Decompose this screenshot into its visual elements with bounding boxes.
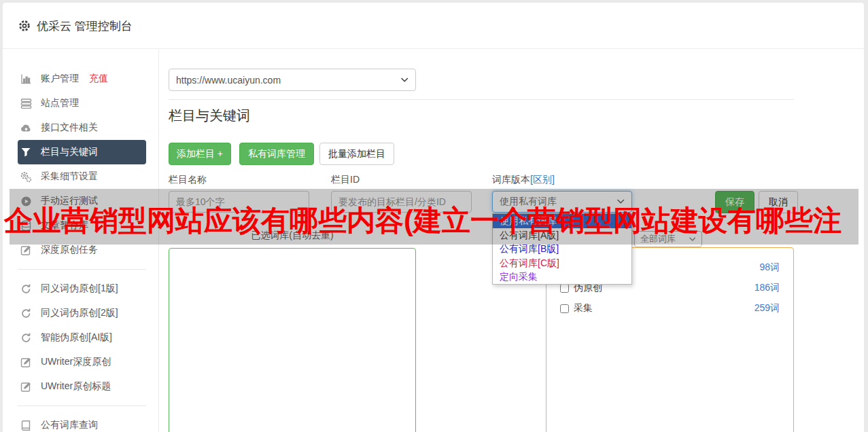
sidebar-item-sites[interactable]: 站点管理 [18,91,146,115]
thesaurus-version-label: 词库版本[区别] [492,174,555,186]
sidebar-item-label: 接口文件相关 [41,122,98,134]
sidebar-item-article-store[interactable]: 文章暂存库 [18,213,146,238]
sidebar-item-manual-test[interactable]: 手动运行测试 [18,189,146,213]
dropdown-option-public-c[interactable]: 公有词库[C版] [493,256,631,270]
thesaurus-checkbox[interactable] [560,284,569,293]
book-icon [20,420,32,431]
dropdown-option-private[interactable]: 使用私有词库 [493,214,631,228]
selected-thesaurus-panel [169,248,416,432]
sidebar-divider [18,406,146,406]
thesaurus-version-dropdown: 使用私有词库 公有词库[A版] 公有词库[B版] 公有词库[C版] 定向采集 [492,213,632,285]
server-icon [20,98,32,109]
column-name-input[interactable] [169,191,309,213]
site-select[interactable]: https://www.ucaiyun.com [169,69,416,91]
chevron-down-icon [617,199,625,204]
sidebar-item-label: 同义词伪原创[1版] [41,283,118,295]
refresh-icon [20,308,32,319]
sidebar-item-label: 采集细节设置 [41,170,98,183]
sidebar-item-account[interactable]: 账户管理 充值 [18,67,146,91]
chevron-down-icon [689,237,696,242]
sidebar-item-label: UWriter深度原创 [41,356,111,368]
filter-icon [20,147,32,158]
sidebar-item-label: 栏目与关键词 [41,146,98,158]
sidebar-item-public-thesaurus[interactable]: 公有词库查询 [18,413,146,432]
version-diff-link[interactable]: [区别] [530,174,555,185]
dropdown-option-public-b[interactable]: 公有词库[B版] [493,242,631,256]
library-filter-select[interactable]: 全部词库 [634,231,702,247]
database-icon [20,220,32,232]
thesaurus-version-text: 词库版本 [492,174,530,185]
column-id-input[interactable] [331,191,472,213]
sidebar-item-label: 深度原创任务 [41,244,98,256]
app-window: 优采云 管理控制台 账户管理 充值 站点管理 接口文件相关 栏目与关键词 采集细… [3,3,864,432]
save-button[interactable]: 保存 [715,191,754,213]
thesaurus-name: 采集 [574,302,593,314]
word-count: 186词 [754,282,780,294]
column-id-label: 栏目ID [331,174,360,186]
gear-icon [18,19,31,33]
edit-icon [20,245,32,256]
sidebar-item-columns-keywords[interactable]: 栏目与关键词 [18,140,146,164]
dropdown-option-targeted[interactable]: 定向采集 [493,270,631,284]
bar-chart-icon [20,73,32,85]
thesaurus-checkbox-label[interactable]: 采集 [560,302,593,314]
sidebar-item-ai-rewrite[interactable]: 智能伪原创[AI版] [18,325,146,350]
play-icon [20,196,32,207]
refresh-icon [20,332,32,344]
gears-icon [20,171,32,183]
sidebar-item-label: 文章暂存库 [41,219,88,232]
library-filter-value: 全部词库 [640,233,676,245]
sidebar-item-label: 智能伪原创[AI版] [41,331,112,344]
cancel-button[interactable]: 取消 [759,191,798,213]
recharge-badge[interactable]: 充值 [89,73,108,85]
sidebar-item-label: 手动运行测试 [41,195,98,207]
sidebar-item-synonym-v2[interactable]: 同义词伪原创[2版] [18,301,146,325]
thesaurus-version-value: 使用私有词库 [500,196,557,208]
sidebar-item-label: 公有词库查询 [41,419,98,431]
add-column-button[interactable]: 添加栏目 + [169,143,231,165]
sidebar-item-label: 同义词伪原创[2版] [41,307,118,319]
thesaurus-version-select[interactable]: 使用私有词库 [492,191,632,213]
sidebar-item-label: 账户管理 [41,73,79,85]
word-count: 98词 [759,262,780,274]
selected-thesaurus-title: 已选词库(自动去重) [169,230,416,242]
sidebar-item-synonym-v1[interactable]: 同义词伪原创[1版] [18,276,146,301]
thesaurus-row: 采集 259词 [546,298,794,319]
dropdown-option-public-a[interactable]: 公有词库[A版] [493,228,631,242]
sidebar-item-collection-settings[interactable]: 采集细节设置 [18,164,146,189]
header: 优采云 管理控制台 [3,3,864,49]
word-count: 259词 [754,302,780,314]
refresh-icon [20,283,32,295]
cloud-upload-icon [20,122,32,134]
edit-icon [20,381,32,393]
page-title: 栏目与关键词 [169,107,250,125]
app-title: 优采云 管理控制台 [37,18,133,34]
sidebar-item-label: UWriter原创标题 [41,380,111,393]
site-select-value: https://www.ucaiyun.com [176,75,281,86]
sidebar: 账户管理 充值 站点管理 接口文件相关 栏目与关键词 采集细节设置 手动运行测试… [3,50,159,432]
private-thesaurus-button[interactable]: 私有词库管理 [239,143,314,165]
sidebar-item-uwriter-title[interactable]: UWriter原创标题 [18,374,146,399]
sidebar-item-uwriter-deep[interactable]: UWriter深度原创 [18,350,146,374]
sidebar-item-label: 站点管理 [41,97,79,109]
edit-icon [20,357,32,368]
column-name-label: 栏目名称 [169,174,207,186]
sidebar-divider [18,269,146,270]
section-divider [169,99,794,100]
chevron-down-icon [401,77,409,83]
sidebar-item-deep-original-task[interactable]: 深度原创任务 [18,238,146,262]
batch-add-button[interactable]: 批量添加栏目 [319,143,394,165]
thesaurus-checkbox[interactable] [560,304,569,313]
sidebar-item-interface-files[interactable]: 接口文件相关 [18,115,146,140]
